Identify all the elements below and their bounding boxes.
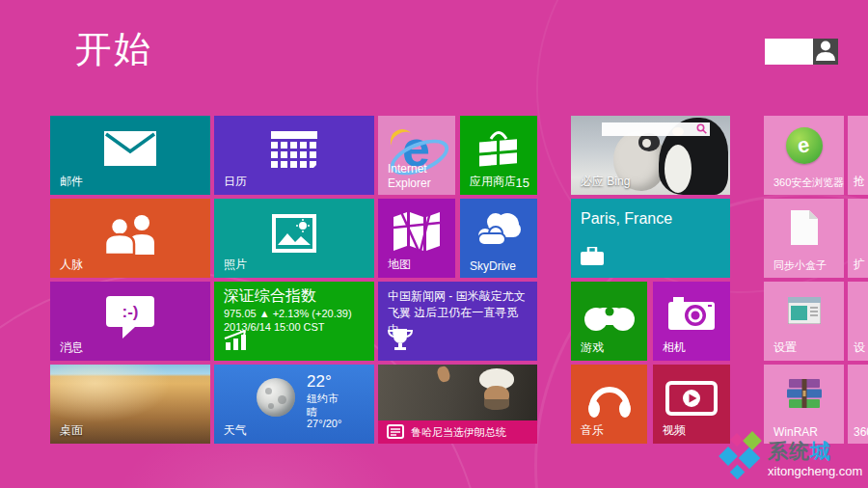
tile-music[interactable]: 音乐 bbox=[571, 365, 647, 444]
tile-label: 地图 bbox=[388, 257, 411, 273]
tile-label: 日历 bbox=[224, 174, 247, 190]
mail-icon bbox=[50, 131, 210, 166]
gamepad-icon bbox=[571, 299, 647, 334]
tile-internet-explorer[interactable]: e Internet Explorer bbox=[378, 116, 455, 195]
store-icon bbox=[460, 127, 537, 168]
tile-skydrive[interactable]: SkyDrive bbox=[460, 199, 537, 278]
tile-label: Internet Explorer bbox=[388, 162, 446, 191]
watermark: 系统城 xitongcheng.com bbox=[719, 434, 866, 488]
store-update-count: 15 bbox=[516, 176, 529, 190]
tile-label: 360安全浏览器5 bbox=[773, 176, 844, 190]
tile-sync-box[interactable]: 同步小盒子 bbox=[764, 199, 844, 278]
tile-messaging[interactable]: :-) 消息 bbox=[50, 282, 210, 361]
tile-settings-app[interactable]: 设置 bbox=[764, 282, 844, 361]
trophy-icon bbox=[388, 328, 413, 355]
winrar-icon bbox=[764, 379, 844, 410]
news-ticker: 鲁哈尼当选伊朗总统 bbox=[378, 420, 537, 444]
skydrive-cloud-icon bbox=[460, 210, 537, 249]
news-headline: 鲁哈尼当选伊朗总统 bbox=[411, 425, 506, 440]
start-screen: 开始 邮件 日历 e bbox=[0, 0, 868, 488]
bing-search-bar[interactable] bbox=[602, 122, 710, 136]
tile-bing[interactable]: 必应 Bing bbox=[571, 116, 730, 195]
tile-label: 桌面 bbox=[60, 422, 83, 439]
tile-winrar[interactable]: WinRAR bbox=[764, 365, 844, 444]
tile-sports-news[interactable]: 中国新闻网 - 国米敲定尤文飞翼 边后卫仍在一直寻觅中 bbox=[378, 282, 537, 361]
newspaper-icon bbox=[387, 424, 404, 441]
watermark-url: xitongcheng.com bbox=[768, 464, 862, 478]
tile-store[interactable]: 应用商店 15 bbox=[460, 116, 537, 195]
tile-label: 相机 bbox=[663, 339, 686, 356]
tile-label: 设 bbox=[854, 339, 865, 356]
weather-city: 纽约市 bbox=[307, 392, 339, 406]
user-name-box[interactable] bbox=[765, 39, 813, 65]
tile-partial-3[interactable]: 设 bbox=[848, 282, 868, 361]
tile-label: 人脉 bbox=[60, 257, 83, 273]
avatar[interactable] bbox=[813, 39, 838, 65]
tile-partial-4[interactable]: 360 bbox=[848, 365, 868, 444]
tile-label: SkyDrive bbox=[470, 259, 516, 273]
weather-high-low: 27°/20° bbox=[307, 418, 341, 429]
search-icon bbox=[696, 121, 707, 138]
tile-label: 同步小盒子 bbox=[773, 258, 827, 273]
headphones-icon bbox=[571, 378, 647, 419]
tile-people[interactable]: 人脉 bbox=[50, 199, 210, 278]
moon-icon bbox=[257, 378, 295, 417]
tile-photos[interactable]: 照片 bbox=[214, 199, 374, 278]
tile-label: 消息 bbox=[60, 339, 83, 356]
document-icon bbox=[764, 210, 844, 245]
maps-icon bbox=[378, 210, 455, 253]
tile-news[interactable]: 鲁哈尼当选伊朗总统 bbox=[378, 365, 537, 444]
messaging-icon: :-) bbox=[50, 295, 210, 339]
watermark-site-name: 系统城 bbox=[768, 438, 831, 465]
tile-label: 邮件 bbox=[60, 174, 83, 190]
tile-games[interactable]: 游戏 bbox=[571, 282, 647, 361]
photos-icon bbox=[214, 214, 374, 253]
chart-icon bbox=[224, 331, 249, 354]
tile-desktop[interactable]: 桌面 bbox=[50, 365, 210, 444]
page-title: 开始 bbox=[75, 25, 152, 74]
video-player-icon bbox=[653, 381, 730, 416]
person-icon bbox=[816, 40, 835, 65]
calendar-icon bbox=[214, 131, 374, 170]
tile-label: 扩 bbox=[854, 257, 865, 273]
tile-video[interactable]: 视频 bbox=[653, 365, 730, 444]
tile-label: 音乐 bbox=[581, 422, 604, 439]
tile-label: 视频 bbox=[663, 422, 686, 439]
suitcase-icon bbox=[581, 247, 604, 270]
camera-icon bbox=[653, 297, 730, 330]
svg-text::-): :-) bbox=[122, 303, 139, 321]
tile-mail[interactable]: 邮件 bbox=[50, 116, 210, 195]
tile-travel[interactable]: Paris, France bbox=[571, 199, 730, 278]
tile-label: 必应 Bing bbox=[581, 174, 630, 190]
360-browser-icon: e bbox=[764, 127, 844, 164]
tile-360-browser[interactable]: e 360安全浏览器5 bbox=[764, 116, 844, 195]
tile-weather[interactable]: 22° 纽约市 晴 27°/20° 天气 bbox=[214, 365, 374, 444]
tile-label: 应用商店 bbox=[470, 174, 516, 190]
tile-maps[interactable]: 地图 bbox=[378, 199, 455, 278]
weather-temperature: 22° bbox=[307, 372, 332, 392]
tile-label: 设置 bbox=[773, 339, 797, 356]
tile-label: 天气 bbox=[224, 422, 247, 439]
tile-partial-1[interactable]: 抢 bbox=[848, 116, 868, 195]
tile-label: 游戏 bbox=[581, 339, 604, 356]
tile-label: 照片 bbox=[224, 257, 247, 273]
window-icon bbox=[764, 297, 844, 324]
tile-finance[interactable]: 深证综合指数 975.05 ▲ +2.13% (+20.39) 2013/6/1… bbox=[214, 282, 374, 361]
people-icon bbox=[50, 214, 210, 255]
stock-index-name: 深证综合指数 bbox=[224, 286, 316, 307]
travel-destination: Paris, France bbox=[581, 210, 672, 228]
tile-label: 抢 bbox=[854, 174, 865, 190]
stock-quote: 975.05 ▲ +2.13% (+20.39) bbox=[224, 308, 352, 319]
tile-calendar[interactable]: 日历 bbox=[214, 116, 374, 195]
tile-camera[interactable]: 相机 bbox=[653, 282, 730, 361]
tile-partial-2[interactable]: 扩 bbox=[848, 199, 868, 278]
